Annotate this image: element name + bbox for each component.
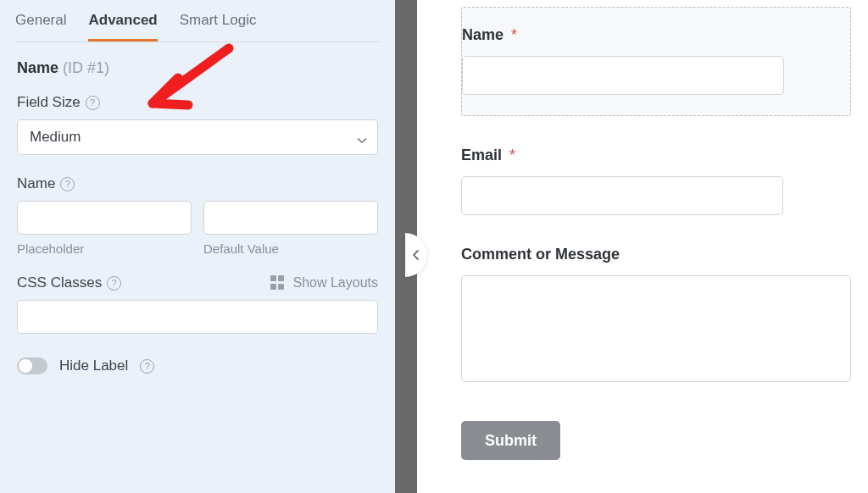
placeholder-sub: Placeholder xyxy=(17,241,192,256)
tabs: General Advanced Smart Logic xyxy=(15,0,380,42)
submit-button[interactable]: Submit xyxy=(461,421,560,460)
field-name-strong: Name xyxy=(17,59,58,76)
help-icon[interactable]: ? xyxy=(107,276,121,291)
help-icon[interactable]: ? xyxy=(140,359,154,374)
default-value-input[interactable] xyxy=(203,201,378,235)
field-size-label-row: Field Size ? xyxy=(17,94,378,111)
css-section: CSS Classes ? Show Layouts xyxy=(17,274,378,334)
show-layouts-button[interactable]: Show Layouts xyxy=(270,275,378,291)
form-preview: Name * Email * Comment or Message Submit xyxy=(417,0,868,493)
tab-advanced[interactable]: Advanced xyxy=(88,0,157,42)
field-id: (ID #1) xyxy=(63,59,109,76)
field-title: Name (ID #1) xyxy=(17,59,378,77)
tab-smart-logic[interactable]: Smart Logic xyxy=(180,0,257,42)
panel-body: Name (ID #1) Field Size ? Medium Name ? … xyxy=(0,42,395,391)
preview-comment-field: Comment or Message xyxy=(461,246,851,385)
help-icon[interactable]: ? xyxy=(86,96,100,110)
preview-email-input[interactable] xyxy=(461,176,783,215)
hide-label-row: Hide Label ? xyxy=(17,357,378,374)
preview-name-field[interactable]: Name * xyxy=(461,7,851,116)
preview-comment-input[interactable] xyxy=(461,275,851,382)
preview-name-input[interactable] xyxy=(462,56,784,95)
preview-email-label: Email xyxy=(461,147,502,163)
chevron-down-icon xyxy=(357,133,365,141)
name-section-label: Name xyxy=(17,175,55,192)
help-icon[interactable]: ? xyxy=(60,177,75,191)
divider-bar xyxy=(395,0,417,493)
hide-label-text: Hide Label xyxy=(59,357,128,374)
preview-comment-label: Comment or Message xyxy=(461,246,620,263)
preview-email-field: Email * xyxy=(461,147,851,215)
chevron-left-icon xyxy=(412,249,420,261)
field-size-select[interactable]: Medium xyxy=(17,119,378,155)
placeholder-input[interactable] xyxy=(17,201,192,235)
name-two-col: Placeholder Default Value xyxy=(17,201,378,256)
tab-general[interactable]: General xyxy=(15,0,66,42)
required-marker: * xyxy=(511,26,517,43)
css-classes-input[interactable] xyxy=(17,300,378,334)
settings-panel: General Advanced Smart Logic Name (ID #1… xyxy=(0,0,395,493)
hide-label-toggle[interactable] xyxy=(17,357,47,374)
grid-icon xyxy=(270,275,286,291)
toggle-knob xyxy=(19,359,32,373)
css-label: CSS Classes xyxy=(17,274,102,291)
field-size-label: Field Size xyxy=(17,94,81,111)
name-section-label-row: Name ? xyxy=(17,175,378,192)
field-size-value: Medium xyxy=(30,129,81,146)
preview-name-label: Name xyxy=(462,26,504,43)
default-sub: Default Value xyxy=(203,241,378,256)
show-layouts-label: Show Layouts xyxy=(292,275,378,291)
required-marker: * xyxy=(509,147,515,163)
